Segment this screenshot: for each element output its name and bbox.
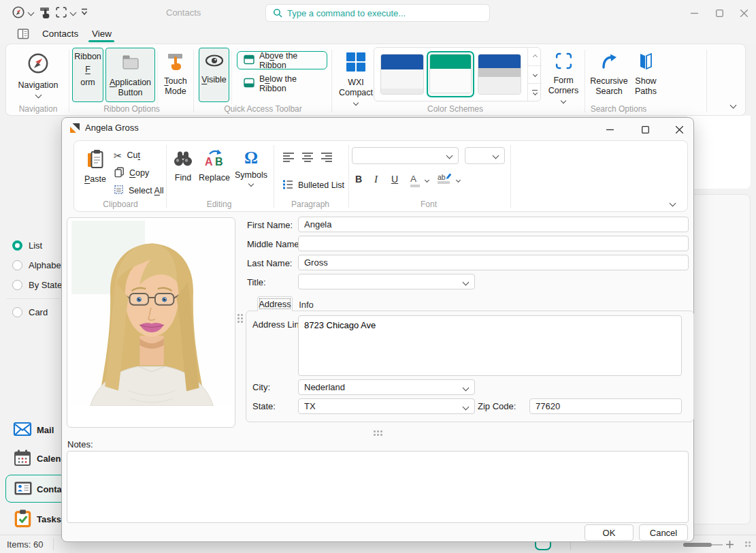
tab-view[interactable]: View <box>92 29 112 39</box>
navigation-dropdown-button[interactable]: Navigation <box>10 48 66 102</box>
gallery-scroll-down-button[interactable] <box>528 65 542 83</box>
middle-name-label: Middle Name: <box>247 239 301 249</box>
above-ribbon-button[interactable]: Above the Ribbon <box>237 51 327 69</box>
minimize-button[interactable] <box>683 3 706 23</box>
touch-mode-button[interactable]: Touch Mode <box>160 48 191 102</box>
dialog-close-button[interactable] <box>668 119 691 140</box>
above-ribbon-icon <box>244 54 254 67</box>
ok-button[interactable]: OK <box>585 524 634 541</box>
state-combo[interactable]: TX <box>298 398 475 414</box>
form-corners-label: Form Corners <box>546 76 581 106</box>
tab-contacts[interactable]: Contacts <box>42 29 78 39</box>
application-button-button[interactable]: Application Button <box>105 48 155 102</box>
color-scheme-swatch-blue-gray[interactable] <box>478 54 521 95</box>
application-menu-icon[interactable] <box>17 28 29 42</box>
highlight-dropdown-icon[interactable] <box>456 178 461 183</box>
city-combo-value: Nederland <box>304 382 345 392</box>
align-center-button[interactable] <box>301 152 314 164</box>
dialog-ribbon-collapse-icon[interactable] <box>670 200 676 207</box>
radio-by-state[interactable] <box>12 280 22 290</box>
application-button-label: Application Button <box>106 78 154 98</box>
calendar-icon[interactable] <box>14 449 31 469</box>
copy-button[interactable]: Copy <box>114 165 149 180</box>
radio-card[interactable] <box>12 307 22 317</box>
form-corners-button[interactable]: Form Corners <box>545 48 582 102</box>
gallery-more-button[interactable] <box>528 83 542 101</box>
splitter-grip-horizontal[interactable] <box>374 430 382 436</box>
resize-grip[interactable] <box>745 541 751 547</box>
highlight-button[interactable]: ab <box>438 172 452 184</box>
color-scheme-swatch-green-selected[interactable] <box>427 51 474 97</box>
italic-button[interactable]: I <box>374 174 378 185</box>
zip-code-input[interactable] <box>529 398 682 414</box>
mail-icon[interactable] <box>13 421 32 439</box>
middle-name-input[interactable] <box>298 236 689 251</box>
application-button-icon <box>120 52 141 75</box>
visible-label: Visible <box>201 75 227 85</box>
paste-button[interactable]: Paste <box>80 144 111 196</box>
nav-tasks-label[interactable]: Tasks <box>37 514 61 524</box>
touch-mode-quick-icon[interactable] <box>39 6 51 20</box>
font-name-combo[interactable] <box>352 147 459 164</box>
splitter-grip-vertical[interactable] <box>237 314 243 323</box>
last-name-input[interactable] <box>298 255 689 270</box>
zoom-slider-thumb[interactable] <box>683 543 712 547</box>
find-button[interactable]: Find <box>170 144 196 196</box>
contacts-icon[interactable] <box>14 480 33 499</box>
maximize-button[interactable] <box>708 3 731 23</box>
wxi-compact-button[interactable]: WXI Compact <box>335 48 376 102</box>
first-name-input[interactable] <box>298 217 689 232</box>
tab-address[interactable]: Address <box>257 296 293 311</box>
chevron-down-icon <box>532 91 537 95</box>
below-ribbon-button[interactable]: Below the Ribbon <box>237 74 327 93</box>
chevron-down-icon[interactable] <box>70 10 77 16</box>
chevron-down-icon <box>463 385 470 392</box>
radio-alphabetical[interactable] <box>12 260 22 270</box>
gallery-scroll-up-button[interactable] <box>528 48 542 65</box>
align-right-button[interactable] <box>321 152 333 164</box>
zoom-in-button[interactable] <box>725 540 734 551</box>
radio-list[interactable] <box>12 240 22 251</box>
ribbon-tab-row: Contacts View <box>0 26 756 44</box>
dialog-title: Angela Gross <box>85 123 139 133</box>
font-color-dropdown-icon[interactable] <box>425 178 429 183</box>
touch-mode-label: Touch Mode <box>161 76 191 97</box>
nav-mail-label[interactable]: Mail <box>37 425 54 435</box>
eye-icon <box>204 52 225 72</box>
notes-textarea[interactable] <box>67 451 689 523</box>
dialog-maximize-button[interactable] <box>634 119 657 140</box>
color-scheme-swatch-blue[interactable] <box>380 54 424 95</box>
compass-icon <box>27 52 50 78</box>
tasks-icon[interactable] <box>14 509 32 530</box>
show-paths-button[interactable]: Show Paths <box>631 48 661 102</box>
chevron-down-icon[interactable] <box>28 10 35 16</box>
customize-quick-access-icon[interactable] <box>81 8 88 18</box>
city-combo[interactable]: Nederland <box>298 379 475 395</box>
font-color-button[interactable]: A <box>410 174 420 187</box>
select-all-button[interactable]: Select All <box>114 183 163 198</box>
chevron-down-icon <box>446 153 453 159</box>
dialog-minimize-button[interactable] <box>598 119 621 140</box>
underline-button[interactable]: U <box>391 174 398 185</box>
form-corners-quick-icon[interactable] <box>55 6 67 20</box>
bulleted-list-button[interactable]: Bulleted List <box>282 178 344 193</box>
symbols-button[interactable]: Ω Symbols <box>233 144 269 196</box>
editing-caption: Editing <box>185 200 253 209</box>
font-size-combo[interactable] <box>465 147 505 164</box>
replace-button[interactable]: AB Replace <box>197 144 231 196</box>
bold-button[interactable]: B <box>355 174 362 185</box>
address-line-textarea[interactable]: 8723 Chicago Ave <box>298 315 682 376</box>
contact-photo-card <box>67 217 235 428</box>
recursive-search-button[interactable]: Recursive Search <box>589 48 629 102</box>
cut-button[interactable]: ✂ Cut <box>114 148 140 163</box>
cancel-button[interactable]: Cancel <box>639 524 688 541</box>
close-button[interactable] <box>732 3 755 23</box>
navigation-compass-icon[interactable] <box>12 5 25 21</box>
title-combo[interactable] <box>298 274 475 289</box>
command-search-box[interactable]: Type a command to execute... <box>265 4 490 22</box>
ribbon-collapse-icon[interactable] <box>730 102 737 109</box>
qat-visible-button[interactable]: Visible <box>199 48 229 102</box>
tab-info[interactable]: Info <box>293 298 319 311</box>
ribbon-form-button[interactable]: Ribbon Form <box>72 48 103 102</box>
align-left-button[interactable] <box>282 152 295 164</box>
